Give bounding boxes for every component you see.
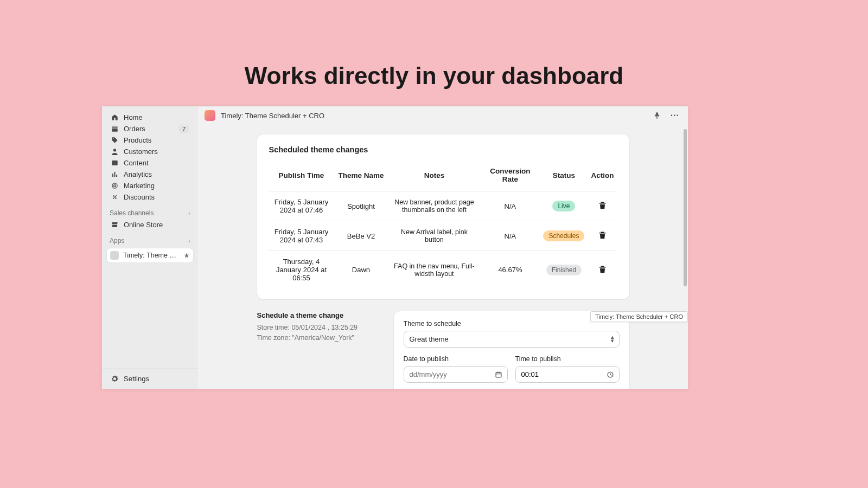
gear-icon [111,375,118,382]
nav-settings[interactable]: Settings [106,373,194,384]
table-row: Thursday, 4 January 2024 at 06:55DawnFAQ… [269,251,617,289]
tag-icon [111,137,118,144]
col-status: Status [540,162,588,191]
col-publish: Publish Time [269,162,334,191]
nav-products[interactable]: Products [106,134,194,146]
cell-rate: 46.67% [480,251,540,289]
schedule-heading: Schedule a theme change [257,311,381,319]
cell-notes: New banner, product page thumbnails on t… [388,191,480,221]
app-window: Home Orders 7 Products Customers Content [102,106,688,389]
pin-icon[interactable] [183,252,190,259]
content-scroll[interactable]: Scheduled theme changes Publish Time The… [198,125,688,389]
nav-marketing[interactable]: Marketing [106,180,194,191]
col-name: Theme Name [334,162,388,191]
cell-notes: New Arrival label, pink button [388,221,480,251]
app-icon [110,251,119,260]
select-chevron-icon: ▴▾ [611,335,614,343]
scrollbar[interactable] [682,125,688,389]
orders-icon [111,125,118,132]
sidebar: Home Orders 7 Products Customers Content [102,106,198,389]
scrollbar-thumb[interactable] [684,129,687,286]
status-badge: Schedules [543,230,584,241]
nav-label: Discounts [124,193,189,201]
app-label: Timely: Theme Sched... [123,252,179,259]
svg-rect-1 [112,160,117,165]
nav-content[interactable]: Content [106,157,194,169]
svg-point-0 [113,149,116,151]
nav-orders[interactable]: Orders 7 [106,123,194,134]
pinned-app-item[interactable]: Timely: Theme Sched... [106,248,194,263]
topbar: Timely: Theme Scheduler + CRO ··· [198,106,688,125]
cell-action [588,191,617,221]
time-label: Time to publish [515,355,620,363]
table-row: Friday, 5 January 2024 at 07:46Spotlight… [269,191,617,221]
discount-icon [111,194,118,201]
analytics-icon [111,171,118,178]
app-logo-icon [205,110,215,121]
schedule-section: Schedule a theme change Store time: 05/0… [257,311,629,389]
theme-select[interactable]: Great theme [404,331,620,348]
clock-icon[interactable] [607,371,614,378]
content-icon [111,159,118,166]
date-input[interactable] [404,366,508,383]
nav-discounts[interactable]: Discounts [106,191,194,203]
nav-label: Marketing [124,182,189,190]
time-zone: Time zone: "America/New_York" [257,333,381,343]
nav-label: Online Store [124,221,189,229]
svg-point-2 [112,183,117,188]
main-panel: Timely: Theme Scheduler + CRO ··· Schedu… [198,106,688,389]
target-icon [111,182,118,189]
app-title: Timely: Theme Scheduler + CRO [221,112,324,120]
scheduled-changes-card: Scheduled theme changes Publish Time The… [257,134,629,299]
cell-rate: N/A [480,221,540,251]
schedule-form-card: Theme to schedule Great theme ▴▾ Date to… [394,311,629,389]
store-icon [111,221,118,228]
person-icon [111,148,118,155]
cell-publish: Friday, 5 January 2024 at 07:46 [269,191,334,221]
nav-analytics[interactable]: Analytics [106,169,194,180]
nav-customers[interactable]: Customers [106,146,194,157]
card-title: Scheduled theme changes [269,145,617,154]
sales-channels-header[interactable]: Sales channels › [102,203,198,219]
nav-label: Orders [124,125,173,133]
time-input[interactable] [515,366,620,383]
more-button[interactable]: ··· [668,108,681,123]
calendar-icon[interactable] [495,371,502,378]
status-badge: Finished [546,265,582,275]
cell-status: Live [540,191,588,221]
nav-online-store[interactable]: Online Store [106,219,194,230]
cell-notes: FAQ in the nav menu, Full-widsth layout [388,251,480,289]
delete-button[interactable] [598,201,607,209]
col-action: Action [588,162,617,191]
cell-name: Dawn [334,251,388,289]
section-label: Apps [110,237,124,245]
delete-button[interactable] [598,231,607,239]
scheduled-table: Publish Time Theme Name Notes Conversion… [269,162,617,288]
nav-label: Content [124,159,189,167]
chevron-right-icon: › [188,237,190,244]
nav-label: Settings [124,375,189,383]
theme-label: Theme to schedule [404,320,620,328]
tooltip: Timely: Theme Scheduler + CRO [590,311,688,322]
delete-button[interactable] [598,265,607,273]
col-notes: Notes [388,162,480,191]
section-label: Sales channels [110,209,154,217]
cell-action [588,251,617,289]
nav-label: Products [124,136,189,144]
nav-label: Analytics [124,170,189,178]
table-row: Friday, 5 January 2024 at 07:43BeBe V2Ne… [269,221,617,251]
hero-title: Works directly in your dashboard [0,62,868,89]
cell-name: Spotlight [334,191,388,221]
cell-publish: Thursday, 4 January 2024 at 06:55 [269,251,334,289]
status-badge: Live [552,201,575,211]
date-label: Date to publish [404,355,508,363]
cell-publish: Friday, 5 January 2024 at 07:43 [269,221,334,251]
apps-header[interactable]: Apps › [102,230,198,247]
pin-app-button[interactable] [651,110,663,121]
nav-label: Home [124,113,189,121]
nav-label: Customers [124,147,189,156]
nav-home[interactable]: Home [106,112,194,123]
svg-rect-6 [496,372,501,377]
store-time: Store time: 05/01/2024 , 13:25:29 [257,323,381,333]
orders-badge: 7 [178,125,189,133]
